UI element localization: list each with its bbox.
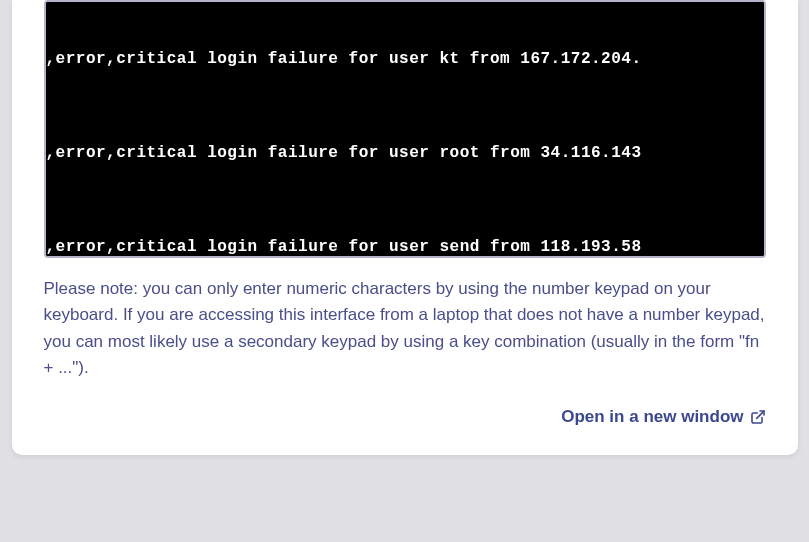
terminal-line: ,error,critical login failure for user r… bbox=[46, 144, 764, 163]
console-card: ,error,critical login failure for user k… bbox=[12, 0, 798, 455]
terminal-frame: ,error,critical login failure for user k… bbox=[44, 0, 766, 258]
terminal-line: ,error,critical login failure for user k… bbox=[46, 50, 764, 69]
external-link-icon bbox=[750, 409, 766, 425]
terminal-scroll-area[interactable]: ,error,critical login failure for user k… bbox=[46, 2, 764, 256]
open-new-window-link[interactable]: Open in a new window bbox=[561, 407, 765, 427]
terminal-content: ,error,critical login failure for user k… bbox=[46, 2, 764, 256]
open-new-window-label: Open in a new window bbox=[561, 407, 743, 427]
svg-line-0 bbox=[756, 411, 763, 418]
link-row: Open in a new window bbox=[44, 407, 766, 427]
keypad-note: Please note: you can only enter numeric … bbox=[44, 276, 766, 381]
terminal-line: ,error,critical login failure for user s… bbox=[46, 238, 764, 257]
